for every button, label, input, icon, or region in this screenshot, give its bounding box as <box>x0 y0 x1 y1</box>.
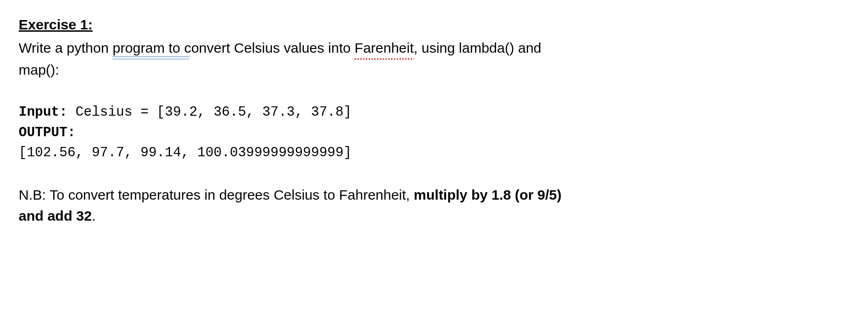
instruction-post: , using lambda() and <box>414 40 542 56</box>
farenheit-word: Farenheit <box>355 37 414 58</box>
nb-bold-1: multiply by 1.8 (or 9/5) <box>414 187 562 202</box>
exercise-title: Exercise 1: <box>19 14 849 35</box>
output-label: OUTPUT: <box>19 125 76 140</box>
instruction-mid: convert Celsius values into <box>180 40 355 56</box>
nb-bold-2: and add 32 <box>19 208 92 223</box>
input-label: Input: <box>19 104 67 120</box>
program-word: program to <box>112 37 180 58</box>
output-value-line: [102.56, 97.7, 99.14, 100.03999999999999… <box>19 143 849 163</box>
instruction-pre: Write a python <box>19 40 112 56</box>
spacer-1 <box>19 81 849 102</box>
input-value: Celsius = [39.2, 36.5, 37.3, 37.8] <box>67 104 351 120</box>
nb-end: . <box>92 208 96 223</box>
input-line: Input: Celsius = [39.2, 36.5, 37.3, 37.8… <box>19 102 849 123</box>
nb-block: N.B: To convert temperatures in degrees … <box>19 184 849 226</box>
code-block: Input: Celsius = [39.2, 36.5, 37.3, 37.8… <box>19 102 849 163</box>
nb-text: : To convert temperatures in degrees Cel… <box>42 187 414 202</box>
output-label-line: OUTPUT: <box>19 123 849 143</box>
nb-label: N.B <box>19 187 42 202</box>
instruction-line-2: map(): <box>19 59 849 80</box>
instruction-line-1: Write a python program to convert Celsiu… <box>19 37 849 58</box>
